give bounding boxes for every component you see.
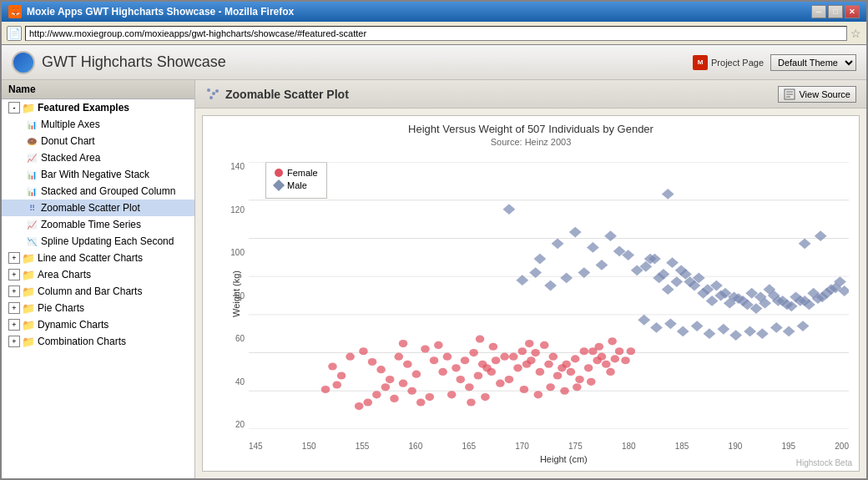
svg-marker-101 (587, 242, 599, 253)
svg-point-21 (368, 358, 377, 366)
expand-icon-pie[interactable]: + (8, 302, 20, 314)
close-button[interactable]: ✕ (845, 5, 860, 18)
svg-point-37 (434, 341, 443, 349)
svg-point-1 (212, 92, 215, 95)
svg-point-57 (536, 368, 545, 376)
sidebar-item-stacked-area[interactable]: 📈 Stacked Area (2, 149, 194, 166)
svg-point-80 (467, 398, 476, 406)
svg-point-34 (372, 391, 381, 398)
svg-point-2 (209, 96, 213, 99)
browser-window: 🦊 Moxie Apps GWT Highcharts Showcase - M… (0, 0, 868, 480)
svg-point-61 (549, 353, 558, 361)
svg-marker-136 (706, 296, 719, 306)
svg-point-67 (567, 368, 576, 376)
sidebar-header: Name (2, 80, 194, 99)
chart-header: Zoomable Scatter Plot View Source (195, 80, 866, 109)
svg-point-38 (443, 353, 452, 361)
sidebar-item-featured-examples: Featured Examples (38, 102, 129, 114)
svg-point-72 (598, 353, 607, 361)
sidebar-section-dynamic[interactable]: + 📁 Dynamic Charts (2, 316, 194, 333)
svg-point-81 (481, 393, 490, 401)
svg-point-65 (571, 355, 580, 362)
theme-select[interactable]: Default Theme Dark Theme Light Theme (770, 54, 856, 71)
url-input[interactable] (25, 26, 847, 41)
svg-marker-170 (797, 321, 810, 331)
bookmark-icon[interactable]: ☆ (850, 27, 861, 40)
svg-marker-97 (503, 204, 516, 215)
sidebar-item-donut-chart[interactable]: 🍩 Donut Chart (2, 133, 194, 149)
sidebar-item-zoomable-time[interactable]: 📈 Zoomable Time Series (2, 216, 194, 233)
svg-point-90 (489, 343, 498, 351)
scatter-svg (249, 162, 849, 429)
svg-marker-168 (770, 322, 783, 333)
expand-icon-dynamic[interactable]: + (8, 319, 20, 331)
svg-marker-167 (756, 328, 769, 339)
svg-point-79 (425, 393, 434, 401)
svg-point-64 (562, 361, 571, 368)
svg-point-19 (332, 381, 341, 388)
svg-point-16 (328, 362, 337, 370)
expand-icon-combination[interactable]: + (8, 336, 20, 347)
svg-marker-152 (560, 273, 573, 284)
expand-icon-line[interactable]: + (8, 252, 20, 264)
svg-point-44 (465, 383, 474, 391)
svg-marker-98 (534, 254, 547, 265)
svg-marker-164 (717, 324, 729, 335)
svg-point-43 (456, 376, 465, 383)
svg-point-40 (461, 356, 470, 364)
svg-point-89 (321, 386, 331, 393)
sidebar-section-featured[interactable]: - 📁 Featured Examples (2, 99, 194, 116)
sidebar-section-area[interactable]: + 📁 Area Charts (2, 266, 194, 283)
sidebar-item-multiple-axes[interactable]: 📊 Multiple Axes (2, 116, 194, 133)
svg-point-58 (544, 361, 553, 368)
svg-point-36 (355, 402, 364, 410)
svg-point-56 (527, 356, 536, 364)
svg-point-49 (487, 368, 496, 376)
minimize-button[interactable]: ─ (811, 5, 826, 18)
sidebar-section-column-bar[interactable]: + 📁 Column and Bar Charts (2, 283, 194, 300)
svg-marker-163 (704, 328, 716, 339)
sidebar-item-bar-negative[interactable]: 📊 Bar With Negative Stack (2, 166, 194, 183)
svg-point-48 (500, 353, 509, 361)
project-page-button[interactable]: M Project Page (693, 55, 764, 70)
chart-section-title: Zoomable Scatter Plot (225, 88, 349, 101)
chart-icon-multiple-axes: 📊 (25, 118, 38, 131)
svg-point-82 (520, 386, 529, 393)
sidebar-item-zoomable-scatter[interactable]: ⠿ Zoomable Scatter Plot (2, 200, 194, 216)
sidebar: Name - 📁 Featured Examples 📊 Multiple Ax… (2, 80, 195, 478)
svg-marker-169 (783, 326, 795, 337)
svg-point-88 (399, 340, 408, 347)
svg-point-66 (580, 347, 589, 355)
sidebar-section-combination[interactable]: + 📁 Combination Charts (2, 333, 194, 350)
sidebar-item-spline[interactable]: 📉 Spline Updating Each Second (2, 233, 194, 250)
chart-subtitle: Source: Heinz 2003 (203, 137, 859, 147)
expand-icon-featured[interactable]: - (8, 102, 20, 114)
svg-point-23 (386, 376, 395, 383)
svg-point-95 (627, 347, 636, 355)
title-bar-left: 🦊 Moxie Apps GWT Highcharts Showcase - M… (8, 5, 294, 18)
title-bar: 🦊 Moxie Apps GWT Highcharts Showcase - M… (2, 2, 866, 22)
svg-point-29 (438, 368, 447, 376)
svg-point-75 (611, 355, 620, 362)
x-axis-title: Height (cm) (540, 454, 588, 464)
svg-point-25 (403, 361, 412, 368)
svg-point-86 (573, 383, 582, 391)
y-axis-labels: 14012010080604020 (226, 162, 245, 429)
svg-point-87 (587, 378, 596, 386)
svg-point-54 (509, 353, 518, 361)
sidebar-section-line-scatter[interactable]: + 📁 Line and Scatter Charts (2, 250, 194, 266)
folder-icon-area: 📁 (22, 268, 35, 281)
svg-marker-99 (552, 238, 564, 249)
view-source-button[interactable]: View Source (778, 86, 856, 103)
svg-point-45 (474, 371, 483, 379)
maximize-button[interactable]: □ (828, 5, 843, 18)
folder-icon-line: 📁 (22, 251, 35, 265)
sidebar-item-stacked-grouped[interactable]: 📊 Stacked and Grouped Column (2, 183, 194, 200)
sidebar-section-pie[interactable]: + 📁 Pie Charts (2, 300, 194, 316)
svg-point-26 (412, 371, 421, 378)
window-controls[interactable]: ─ □ ✕ (811, 5, 860, 18)
svg-point-73 (602, 361, 611, 368)
expand-icon-area[interactable]: + (8, 269, 20, 280)
svg-marker-161 (677, 326, 689, 337)
expand-icon-column[interactable]: + (8, 285, 20, 297)
